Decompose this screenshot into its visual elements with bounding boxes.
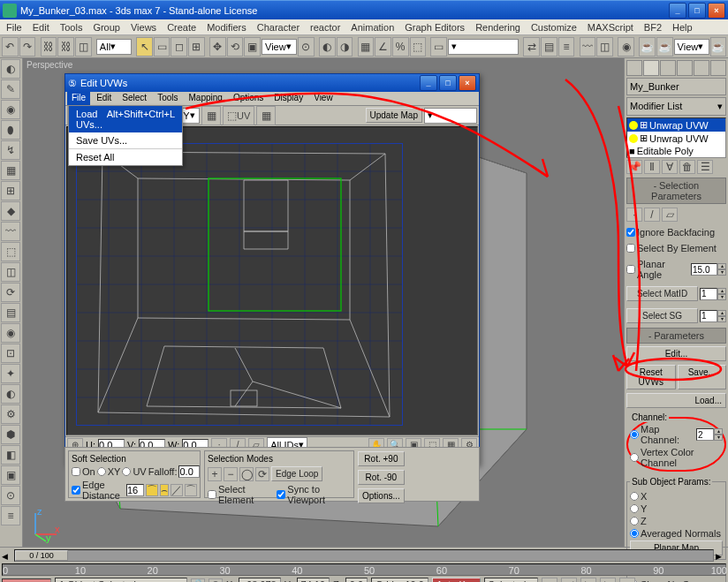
lt-btn-7[interactable]: ◆ (1, 201, 20, 221)
save-uvws-button[interactable]: Save... (678, 365, 727, 389)
menu-maxscript[interactable]: MAXScript (583, 21, 638, 34)
planar-angle-field[interactable] (691, 263, 717, 276)
material-editor-button[interactable]: ◉ (618, 37, 634, 57)
uv-options-button[interactable]: Options... (358, 488, 405, 503)
create-tab[interactable] (626, 60, 642, 76)
time-handle[interactable]: 0 / 100 (15, 550, 68, 561)
rollout-selection-params[interactable]: - Selection Parameters (626, 178, 726, 204)
object-name-field[interactable] (626, 78, 726, 95)
modify-tab[interactable] (643, 60, 659, 76)
uv-menu-tools[interactable]: Tools (153, 92, 182, 105)
time-slider[interactable]: 0 / 100 (14, 549, 714, 562)
select-window-button[interactable]: ⊞ (188, 37, 205, 57)
menu-views[interactable]: Views (126, 21, 161, 34)
falloff-shape4-icon[interactable]: ⌒ (185, 484, 197, 496)
uv-menu-view[interactable]: View (309, 92, 337, 105)
time-prev-button[interactable]: ◀ (2, 552, 12, 561)
sg-field[interactable] (700, 310, 717, 322)
y-radio[interactable] (630, 504, 639, 513)
lock-icon[interactable]: 🔒 (191, 578, 205, 582)
move-button[interactable]: ✥ (209, 37, 226, 57)
manip-button[interactable]: ◐ (319, 37, 336, 57)
tab-panel-icon[interactable]: ◐ (1, 59, 20, 79)
lt-btn-22[interactable]: ≡ (1, 506, 20, 525)
face-sub-button[interactable]: ▱ (662, 208, 678, 222)
next-frame-button[interactable]: ▶ (600, 578, 616, 582)
layers-button[interactable]: ≡ (558, 37, 575, 57)
selmode-minus-icon[interactable]: − (224, 467, 238, 481)
stack-item-epoly[interactable]: ■ Editable Poly (627, 145, 725, 157)
matid-field[interactable] (700, 288, 717, 300)
falloff-shape2-icon[interactable]: ⌢ (160, 484, 169, 496)
unlink-button[interactable]: ⛓ (57, 37, 74, 57)
uv-file-dropdown[interactable]: Load UVs...Alt+Shift+Ctrl+L Save UVs... … (68, 105, 183, 166)
abs-rel-icon[interactable]: ⊕ (209, 578, 223, 582)
stack-item-unwrap2[interactable]: ⊞ Unwrap UVW (627, 132, 725, 145)
selmode-loop-icon[interactable]: ⟳ (255, 467, 269, 481)
soft-uv-radio[interactable] (122, 467, 131, 476)
soft-on-check[interactable] (72, 467, 80, 476)
angle-snap-button[interactable]: ∠ (375, 37, 391, 57)
select-element-check[interactable] (208, 490, 216, 499)
align-button[interactable]: ▤ (541, 37, 557, 57)
percent-snap-button[interactable]: % (392, 37, 409, 57)
lt-btn-4[interactable]: ↯ (1, 140, 20, 160)
spinner-snap-button[interactable]: ⬚ (410, 37, 427, 57)
rotate-button[interactable]: ⟲ (227, 37, 244, 57)
select-matid-button[interactable]: Select MatID (626, 286, 698, 301)
load-uvws-button[interactable]: Load... (626, 393, 726, 408)
lt-btn-21[interactable]: ⊙ (1, 486, 20, 505)
pivot-button[interactable]: ⊙ (298, 37, 315, 57)
y-coord-field[interactable]: 74.19 (297, 578, 330, 582)
menu-edit[interactable]: Edit (28, 21, 54, 34)
redo-button[interactable]: ↷ (19, 37, 36, 57)
lt-btn-8[interactable]: 〰 (1, 222, 20, 241)
main-menubar[interactable]: File Edit Tools Group Views Create Modif… (0, 19, 728, 35)
quick-render-button[interactable]: ☕ (656, 37, 673, 57)
soft-xy-radio[interactable] (97, 467, 106, 476)
uv-menu-file[interactable]: File (67, 92, 90, 105)
goto-end-button[interactable]: ⏭ (619, 578, 635, 582)
menu-reactor[interactable]: reactor (306, 21, 345, 34)
uv-map-combo[interactable]: ▾ (424, 108, 477, 124)
menu-tools[interactable]: Tools (56, 21, 87, 34)
render-last-button[interactable]: ☕ (710, 37, 727, 57)
menu-file[interactable]: File (2, 21, 27, 34)
autokey-button[interactable]: Auto Key (432, 578, 481, 582)
menu-rendering[interactable]: Rendering (471, 21, 525, 34)
z-coord-field[interactable]: 0.0 (345, 578, 368, 582)
menu-modifiers[interactable]: Modifiers (202, 21, 251, 34)
undo-button[interactable]: ↶ (2, 37, 19, 57)
menu-animation[interactable]: Animation (346, 21, 398, 34)
selmode-plus-icon[interactable]: + (208, 467, 222, 481)
menu-create[interactable]: Create (163, 21, 201, 34)
named-sel-button[interactable]: ▭ (430, 37, 447, 57)
configure-button[interactable]: ☰ (697, 160, 713, 174)
uv-maximize-button[interactable]: □ (439, 75, 457, 91)
vertex-sub-button[interactable]: · (626, 208, 642, 222)
edge-dist-field[interactable] (126, 484, 144, 496)
lt-btn-11[interactable]: ⟳ (1, 283, 20, 302)
map-channel-radio[interactable] (630, 430, 639, 439)
keymode-combo[interactable]: Selected ▾ (484, 578, 539, 583)
menu-bf2[interactable]: BF2 (640, 21, 666, 34)
motion-tab[interactable] (677, 60, 693, 76)
mirror-button[interactable]: ⇄ (523, 37, 540, 57)
edge-sub-button[interactable]: / (644, 208, 660, 222)
render-scene-button[interactable]: ☕ (639, 37, 656, 57)
prev-frame-button[interactable]: ◀ (561, 578, 577, 582)
menu-character[interactable]: Character (253, 21, 304, 34)
lt-btn-5[interactable]: ▦ (1, 161, 20, 180)
reset-uvws-button[interactable]: Reset UVWs (626, 365, 676, 389)
lt-btn-12[interactable]: ▤ (1, 303, 20, 322)
vertex-color-radio[interactable] (630, 453, 639, 462)
link-button[interactable]: ⛓ (41, 37, 57, 57)
uv-grid-button[interactable]: ▦ (256, 106, 276, 125)
selmode-ring-icon[interactable]: ◯ (239, 467, 254, 481)
lt-btn-6[interactable]: ⊞ (1, 181, 20, 200)
remove-mod-button[interactable]: 🗑 (679, 160, 695, 174)
select-rect-button[interactable]: ◻ (171, 37, 187, 57)
planar-angle-check[interactable] (626, 265, 635, 274)
uv-menu-options[interactable]: Options (229, 92, 268, 105)
named-sel-combo[interactable]: ▾ (448, 39, 519, 55)
